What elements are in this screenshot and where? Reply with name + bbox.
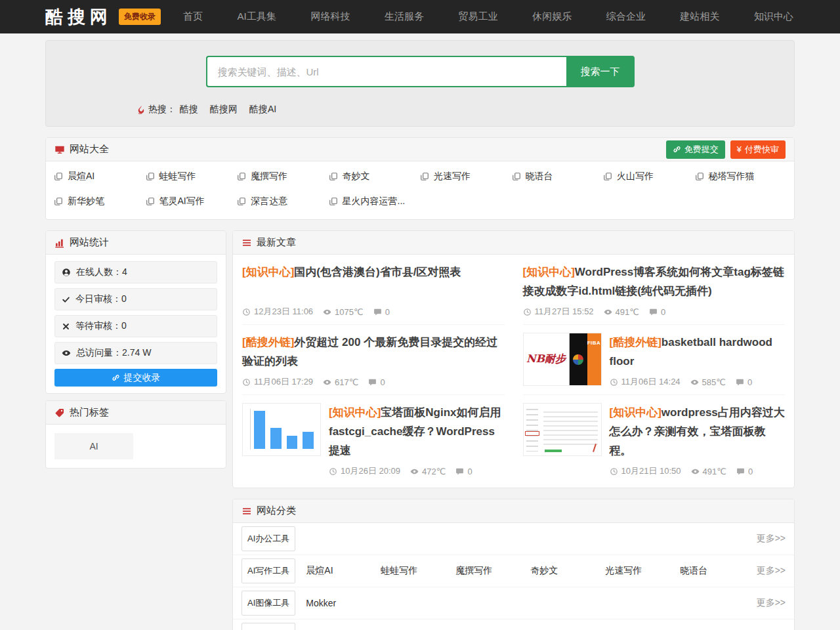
- hot-tags-card: 热门标签 AI: [45, 400, 226, 469]
- nav-item-life-services[interactable]: 生活服务: [383, 7, 425, 27]
- site-link[interactable]: 笔灵AI写作: [146, 189, 238, 214]
- article-thumbnail[interactable]: [242, 403, 321, 456]
- site-link[interactable]: 晓语台: [512, 164, 604, 189]
- article-category: [知识中心]: [242, 266, 294, 278]
- free-submit-button[interactable]: 免费提交: [666, 140, 725, 159]
- copy-icon: [54, 172, 63, 181]
- hot-search-row: 热搜： 酷搜 酷搜网 酷搜AI: [136, 104, 794, 116]
- site-link[interactable]: 魔撰写作: [455, 565, 530, 577]
- stat-pending-review: 等待审核：0: [54, 315, 217, 337]
- search-hero: 搜索一下 热搜： 酷搜 酷搜网 酷搜AI: [45, 40, 795, 127]
- site-grid: 晨煊AI 蛙蛙写作 魔撰写作 奇妙文 光速写作 晓语台 火山写作 秘塔写作猫 新…: [46, 161, 794, 219]
- category-label[interactable]: AI办公工具: [242, 526, 295, 551]
- more-link[interactable]: 更多>>: [757, 565, 786, 577]
- copy-icon: [237, 172, 246, 181]
- free-listing-badge[interactable]: 免费收录: [119, 9, 161, 25]
- hot-search-link[interactable]: 酷搜网: [210, 104, 238, 116]
- nav-item-network-tech[interactable]: 网络科技: [309, 7, 351, 27]
- site-link[interactable]: Mokker: [306, 598, 381, 608]
- search-input[interactable]: [206, 56, 566, 87]
- site-directory-card: 网站大全 免费提交 ¥ 付费快审 晨煊AI 蛙蛙写作 魔撰写作 奇妙文 光速写作…: [45, 137, 795, 220]
- site-link[interactable]: 光速写作: [605, 565, 680, 577]
- article-title[interactable]: [知识中心]国内(包含港澳台)省市县/区对照表: [242, 262, 505, 282]
- site-categories-card: 网站分类 AI办公工具 更多>> AI写作工具 晨煊AI 蛙蛙写作 魔撰写作 奇…: [232, 499, 795, 630]
- stat-online-users: 在线人数：4: [54, 261, 217, 284]
- eye-icon: [323, 308, 331, 316]
- site-link[interactable]: 光速写作: [420, 164, 512, 189]
- eye-icon: [410, 467, 419, 476]
- nav-item-entertainment[interactable]: 休闲娱乐: [531, 7, 573, 27]
- site-link[interactable]: 蛙蛙写作: [381, 565, 455, 577]
- article-title[interactable]: [知识中心]wordpress占用内容过大怎么办？亲测有效，宝塔面板教程。: [610, 403, 786, 460]
- search-button[interactable]: 搜索一下: [566, 56, 635, 87]
- comment-icon: [373, 308, 382, 316]
- submit-listing-button[interactable]: 提交收录: [54, 369, 217, 387]
- article-title[interactable]: [酷搜外链]外贸超过 200 个最新免费目录提交的经过验证的列表: [242, 333, 505, 371]
- hot-tags-title: 热门标签: [70, 406, 109, 419]
- site-link[interactable]: 魔撰写作: [237, 164, 329, 189]
- article-title[interactable]: [知识中心]宝塔面板Nginx如何启用fastcgi_cache缓存？WordP…: [329, 403, 505, 460]
- site-stats-card: 网站统计 在线人数：4 今日审核：0 等待审核：0: [45, 230, 226, 394]
- hot-search-link[interactable]: 酷搜: [180, 104, 198, 116]
- latest-articles-header: 最新文章: [233, 231, 794, 255]
- site-link[interactable]: 星火内容运营...: [329, 189, 421, 214]
- site-link[interactable]: 晨煊AI: [306, 565, 381, 577]
- site-stats-header: 网站统计: [46, 231, 226, 255]
- article-thumbnail[interactable]: [523, 403, 602, 456]
- copy-icon: [237, 197, 246, 206]
- tag-link-ai[interactable]: AI: [54, 433, 133, 459]
- site-link[interactable]: 深言达意: [237, 189, 329, 214]
- category-row: AI办公工具 更多>>: [233, 523, 794, 555]
- paid-review-label: 付费快审: [745, 144, 779, 156]
- comment-icon: [649, 308, 658, 316]
- article-thumbnail[interactable]: NB耐步 FIBA: [523, 333, 602, 386]
- site-link[interactable]: 晓语台: [680, 565, 755, 577]
- copy-icon: [146, 172, 155, 181]
- sidebar: 网站统计 在线人数：4 今日审核：0 等待审核：0: [45, 220, 226, 469]
- site-link[interactable]: 晨煊AI: [54, 164, 146, 189]
- nav-item-home[interactable]: 首页: [182, 7, 204, 27]
- clock-icon: [610, 467, 618, 476]
- site-logo[interactable]: 酷搜网: [45, 5, 112, 29]
- menu-icon: [242, 506, 252, 516]
- eye-icon: [690, 378, 699, 387]
- article-meta: 11月06日 17:29 617℃ 0: [242, 371, 505, 388]
- category-label[interactable]: AI写作工具: [242, 558, 295, 583]
- article-title[interactable]: [酷搜外链]basketball hardwood floor: [610, 333, 786, 371]
- category-label[interactable]: AI图像工具: [242, 591, 295, 616]
- comment-icon: [455, 467, 464, 476]
- tag-icon: [54, 408, 65, 418]
- hot-tags-header: 热门标签: [46, 401, 226, 425]
- article-title[interactable]: [知识中心]WordPress博客系统如何将文章tag标签链接改成数字id.ht…: [523, 262, 786, 301]
- paid-review-button[interactable]: ¥ 付费快审: [730, 140, 786, 159]
- site-link[interactable]: 奇妙文: [329, 164, 421, 189]
- hot-search-link[interactable]: 酷搜AI: [249, 104, 276, 116]
- thumb-brand-text: NB耐步: [524, 333, 570, 385]
- nav-item-site-building[interactable]: 建站相关: [679, 7, 721, 27]
- cross-icon: [62, 322, 70, 331]
- site-link[interactable]: 奇妙文: [530, 565, 605, 577]
- nav-item-trade-industry[interactable]: 贸易工业: [457, 7, 499, 27]
- article-item: NB耐步 FIBA [酷搜外链]basketball hardwood floo…: [523, 325, 786, 395]
- site-link[interactable]: 火山写作: [603, 164, 695, 189]
- more-link[interactable]: 更多>>: [757, 597, 786, 609]
- more-link[interactable]: 更多>>: [757, 533, 786, 545]
- comment-icon: [736, 467, 745, 476]
- site-link[interactable]: 新华妙笔: [54, 189, 146, 214]
- site-link[interactable]: 秘塔写作猫: [695, 164, 787, 189]
- copy-icon: [146, 197, 155, 206]
- main-column: 最新文章 [知识中心]国内(包含港澳台)省市县/区对照表 12月23日 11:0…: [232, 220, 795, 630]
- nav-item-knowledge[interactable]: 知识中心: [753, 7, 795, 27]
- site-link[interactable]: 蛙蛙写作: [146, 164, 238, 189]
- eye-icon: [62, 348, 71, 358]
- copy-icon: [329, 197, 338, 206]
- clock-icon: [329, 467, 337, 476]
- category-label[interactable]: AI视频工具: [242, 623, 295, 630]
- nav-item-ai-tools[interactable]: AI工具集: [236, 7, 278, 27]
- link-icon: [673, 145, 681, 154]
- stat-total-visits: 总访问量：2.74 W: [54, 342, 217, 364]
- article-item: [知识中心]宝塔面板Nginx如何启用fastcgi_cache缓存？WordP…: [242, 395, 505, 484]
- article-category: [知识中心]: [523, 266, 575, 278]
- nav-item-enterprise[interactable]: 综合企业: [605, 7, 647, 27]
- copy-icon: [512, 172, 521, 181]
